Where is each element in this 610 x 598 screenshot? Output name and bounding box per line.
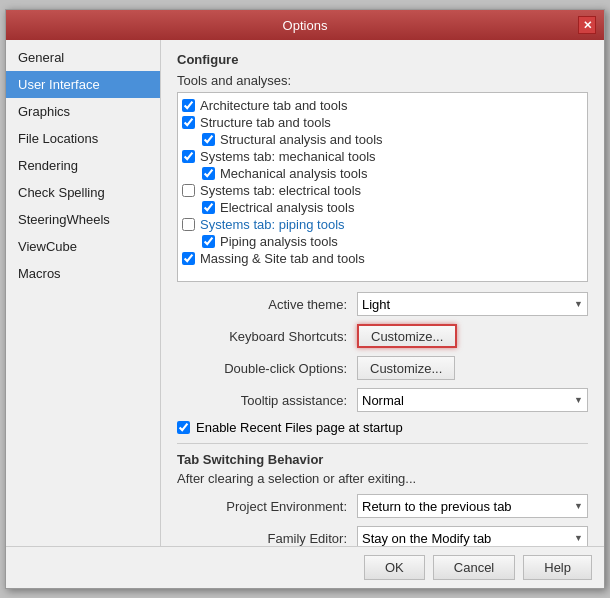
sidebar-item-user-interface[interactable]: User Interface bbox=[6, 71, 160, 98]
tooltip-row: Tooltip assistance: Normal Minimal None bbox=[177, 388, 588, 412]
tab-switching-title: Tab Switching Behavior bbox=[177, 452, 588, 467]
sidebar-item-graphics[interactable]: Graphics bbox=[6, 98, 160, 125]
active-theme-control: Light Dark bbox=[357, 292, 588, 316]
section-divider bbox=[177, 443, 588, 444]
ok-button[interactable]: OK bbox=[364, 555, 425, 580]
tool-label: Architecture tab and tools bbox=[200, 98, 347, 113]
tool-checkbox[interactable] bbox=[182, 116, 195, 129]
family-editor-control: Stay on the Modify tab Return to the pre… bbox=[357, 526, 588, 546]
double-click-label: Double-click Options: bbox=[177, 361, 357, 376]
project-env-select[interactable]: Return to the previous tab Stay on the c… bbox=[357, 494, 588, 518]
recent-files-row: Enable Recent Files page at startup bbox=[177, 420, 588, 435]
tool-checkbox-row: Systems tab: mechanical tools bbox=[182, 148, 583, 165]
tool-checkbox-row: Structural analysis and tools bbox=[182, 131, 583, 148]
family-editor-select[interactable]: Stay on the Modify tab Return to the pre… bbox=[357, 526, 588, 546]
recent-files-label: Enable Recent Files page at startup bbox=[196, 420, 403, 435]
tool-checkbox[interactable] bbox=[202, 167, 215, 180]
tool-checkbox-row: Architecture tab and tools bbox=[182, 97, 583, 114]
double-click-button[interactable]: Customize... bbox=[357, 356, 455, 380]
active-theme-label: Active theme: bbox=[177, 297, 357, 312]
cancel-button[interactable]: Cancel bbox=[433, 555, 515, 580]
double-click-control: Customize... bbox=[357, 356, 588, 380]
tool-checkbox[interactable] bbox=[182, 218, 195, 231]
keyboard-shortcuts-button[interactable]: Customize... bbox=[357, 324, 457, 348]
tab-switching-sub: After clearing a selection or after exit… bbox=[177, 471, 588, 486]
tool-label: Systems tab: electrical tools bbox=[200, 183, 361, 198]
project-env-control: Return to the previous tab Stay on the c… bbox=[357, 494, 588, 518]
tool-label: Electrical analysis tools bbox=[220, 200, 354, 215]
active-theme-select[interactable]: Light Dark bbox=[357, 292, 588, 316]
double-click-row: Double-click Options: Customize... bbox=[177, 356, 588, 380]
keyboard-shortcuts-control: Customize... bbox=[357, 324, 588, 348]
tool-label: Systems tab: piping tools bbox=[200, 217, 345, 232]
content-panel: Configure Tools and analyses: Architectu… bbox=[161, 40, 604, 546]
tooltip-control: Normal Minimal None bbox=[357, 388, 588, 412]
title-bar: Options ✕ bbox=[6, 10, 604, 40]
dialog-body: GeneralUser InterfaceGraphicsFile Locati… bbox=[6, 40, 604, 546]
tool-label: Structure tab and tools bbox=[200, 115, 331, 130]
recent-files-checkbox[interactable] bbox=[177, 421, 190, 434]
family-editor-row: Family Editor: Stay on the Modify tab Re… bbox=[177, 526, 588, 546]
active-theme-row: Active theme: Light Dark bbox=[177, 292, 588, 316]
tool-checkbox[interactable] bbox=[202, 235, 215, 248]
configure-title: Configure bbox=[177, 52, 588, 67]
options-dialog: Options ✕ GeneralUser InterfaceGraphicsF… bbox=[5, 9, 605, 589]
tool-label: Systems tab: mechanical tools bbox=[200, 149, 376, 164]
keyboard-shortcuts-row: Keyboard Shortcuts: Customize... bbox=[177, 324, 588, 348]
sidebar-item-steeringwheels[interactable]: SteeringWheels bbox=[6, 206, 160, 233]
project-env-row: Project Environment: Return to the previ… bbox=[177, 494, 588, 518]
sidebar-item-check-spelling[interactable]: Check Spelling bbox=[6, 179, 160, 206]
sidebar-item-viewcube[interactable]: ViewCube bbox=[6, 233, 160, 260]
tools-label: Tools and analyses: bbox=[177, 73, 588, 88]
tool-checkbox-row: Structure tab and tools bbox=[182, 114, 583, 131]
sidebar-item-general[interactable]: General bbox=[6, 44, 160, 71]
tool-label: Mechanical analysis tools bbox=[220, 166, 367, 181]
sidebar: GeneralUser InterfaceGraphicsFile Locati… bbox=[6, 40, 161, 546]
tool-label: Massing & Site tab and tools bbox=[200, 251, 365, 266]
dialog-footer: OK Cancel Help bbox=[6, 546, 604, 588]
tool-checkbox-row: Piping analysis tools bbox=[182, 233, 583, 250]
tool-checkbox[interactable] bbox=[182, 184, 195, 197]
tool-checkbox-row: Mechanical analysis tools bbox=[182, 165, 583, 182]
tool-checkbox-row: Systems tab: electrical tools bbox=[182, 182, 583, 199]
sidebar-item-file-locations[interactable]: File Locations bbox=[6, 125, 160, 152]
tool-label: Piping analysis tools bbox=[220, 234, 338, 249]
tools-checkbox-tree: Architecture tab and toolsStructure tab … bbox=[177, 92, 588, 282]
tool-checkbox-row: Electrical analysis tools bbox=[182, 199, 583, 216]
tool-checkbox-row: Systems tab: piping tools bbox=[182, 216, 583, 233]
tool-checkbox-row: Massing & Site tab and tools bbox=[182, 250, 583, 267]
tool-checkbox[interactable] bbox=[182, 99, 195, 112]
close-button[interactable]: ✕ bbox=[578, 16, 596, 34]
tool-checkbox[interactable] bbox=[202, 201, 215, 214]
sidebar-item-macros[interactable]: Macros bbox=[6, 260, 160, 287]
tool-checkbox[interactable] bbox=[182, 252, 195, 265]
tooltip-select[interactable]: Normal Minimal None bbox=[357, 388, 588, 412]
help-button[interactable]: Help bbox=[523, 555, 592, 580]
family-editor-label: Family Editor: bbox=[177, 531, 357, 546]
tool-label: Structural analysis and tools bbox=[220, 132, 383, 147]
project-env-label: Project Environment: bbox=[177, 499, 357, 514]
dialog-title: Options bbox=[32, 18, 578, 33]
keyboard-shortcuts-label: Keyboard Shortcuts: bbox=[177, 329, 357, 344]
tool-checkbox[interactable] bbox=[182, 150, 195, 163]
tool-checkbox[interactable] bbox=[202, 133, 215, 146]
tooltip-label: Tooltip assistance: bbox=[177, 393, 357, 408]
sidebar-item-rendering[interactable]: Rendering bbox=[6, 152, 160, 179]
